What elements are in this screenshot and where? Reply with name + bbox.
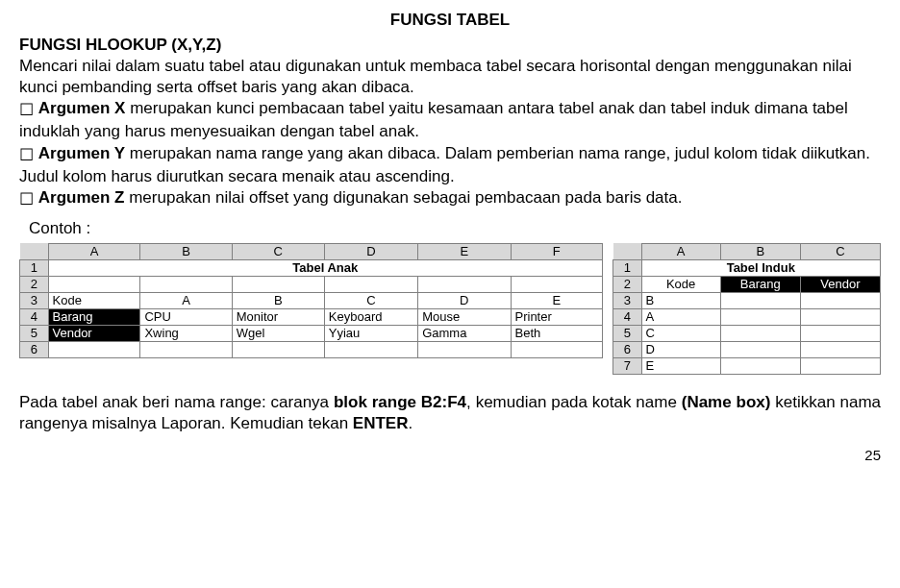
row-header: 5 xyxy=(613,325,641,341)
cell: Gamma xyxy=(418,325,511,341)
cell: A xyxy=(641,308,720,325)
row-header: 1 xyxy=(613,259,641,276)
bullet-icon: ☐ xyxy=(19,190,34,208)
tabel-induk-title: Tabel Induk xyxy=(641,259,880,276)
example-label: Contoh : xyxy=(29,218,881,239)
cell xyxy=(232,276,324,292)
row-header: 6 xyxy=(20,341,49,357)
col-header: A xyxy=(641,243,720,259)
cell-selected: Vendor xyxy=(48,325,140,341)
cell xyxy=(800,341,880,357)
intro-text: Mencari nilai dalam suatu tabel atau dig… xyxy=(19,56,881,98)
row-header: 5 xyxy=(20,325,49,341)
cell: Mouse xyxy=(418,308,511,325)
row-header: 4 xyxy=(613,308,641,325)
cell xyxy=(720,308,800,325)
bottom-b3: ENTER xyxy=(353,414,409,432)
doc-title: FUNGSI TABEL xyxy=(19,10,881,31)
bottom-t4: . xyxy=(408,414,412,432)
col-header: D xyxy=(324,243,417,259)
arg-y-text: merupakan nama range yang akan dibaca. D… xyxy=(19,144,870,185)
col-header: B xyxy=(720,243,800,259)
arg-x-line: ☐ Argumen X merupakan kunci pembacaan ta… xyxy=(19,98,881,142)
arg-z-text: merupakan nilai offset yang digunakan se… xyxy=(124,188,682,207)
row-header: 4 xyxy=(20,308,49,325)
col-header: C xyxy=(800,243,880,259)
cell: D xyxy=(418,292,511,308)
cell xyxy=(418,341,511,357)
sheet-corner xyxy=(613,243,641,259)
arg-y-line: ☐ Argumen Y merupakan nama range yang ak… xyxy=(19,143,881,187)
bottom-t1: Pada tabel anak beri nama range: caranya xyxy=(19,393,334,411)
cell xyxy=(800,325,880,341)
cell: A xyxy=(140,292,232,308)
cell: Xwing xyxy=(140,325,232,341)
cell xyxy=(511,276,603,292)
bullet-icon: ☐ xyxy=(19,101,34,119)
cell: B xyxy=(232,292,324,308)
cell: Kode xyxy=(641,276,720,292)
bottom-b1: blok range B2:F4 xyxy=(334,393,466,411)
cell: Wgel xyxy=(232,325,324,341)
col-header: C xyxy=(232,243,324,259)
row-header: 2 xyxy=(20,276,49,292)
cell: E xyxy=(511,292,603,308)
col-header: A xyxy=(48,243,140,259)
cell: C xyxy=(324,292,417,308)
cell: Monitor xyxy=(232,308,324,325)
arg-y-label: Argumen Y xyxy=(38,144,125,162)
arg-x-text: merupakan kunci pembacaan tabel yaitu ke… xyxy=(19,99,848,140)
cell xyxy=(140,341,232,357)
arg-z-line: ☐ Argumen Z merupakan nilai offset yang … xyxy=(19,187,881,210)
cell xyxy=(140,276,232,292)
cell: Keyboard xyxy=(324,308,417,325)
section-heading: FUNGSI HLOOKUP (X,Y,Z) xyxy=(19,35,881,56)
cell: Kode xyxy=(48,292,140,308)
cell xyxy=(232,341,324,357)
cell: D xyxy=(641,341,720,357)
arg-z-label: Argumen Z xyxy=(38,188,125,207)
cell xyxy=(511,341,603,357)
cell: Printer xyxy=(511,308,603,325)
page-number: 25 xyxy=(19,446,881,465)
cell: E xyxy=(641,357,720,374)
row-header: 6 xyxy=(613,341,641,357)
cell xyxy=(48,276,140,292)
row-header: 7 xyxy=(613,357,641,374)
tabel-anak: A B C D E F 1 Tabel Anak 2 3 Kode A B C … xyxy=(19,243,603,358)
tabel-anak-title: Tabel Anak xyxy=(48,259,603,276)
col-header: B xyxy=(140,243,232,259)
row-header: 1 xyxy=(20,259,49,276)
row-header: 3 xyxy=(613,292,641,308)
bottom-t2: , kemudian pada kotak name xyxy=(466,393,682,411)
cell xyxy=(324,341,417,357)
col-header: F xyxy=(511,243,603,259)
cell: CPU xyxy=(140,308,232,325)
cell xyxy=(800,308,880,325)
cell-selected: Barang xyxy=(48,308,140,325)
cell xyxy=(720,292,800,308)
cell xyxy=(324,276,417,292)
cell xyxy=(720,325,800,341)
tabel-induk: A B C 1 Tabel Induk 2 Kode Barang Vendor… xyxy=(612,243,881,375)
cell: C xyxy=(641,325,720,341)
cell: Yyiau xyxy=(324,325,417,341)
sheet-corner xyxy=(20,243,49,259)
cell xyxy=(720,341,800,357)
cell xyxy=(48,341,140,357)
cell: B xyxy=(641,292,720,308)
row-header: 2 xyxy=(613,276,641,292)
cell xyxy=(720,357,800,374)
arg-x-label: Argumen X xyxy=(38,99,126,117)
cell: Beth xyxy=(511,325,603,341)
cell xyxy=(800,292,880,308)
bullet-icon: ☐ xyxy=(19,146,34,164)
cell xyxy=(418,276,511,292)
bottom-paragraph: Pada tabel anak beri nama range: caranya… xyxy=(19,392,881,434)
bottom-b2: (Name box) xyxy=(682,393,771,411)
cell xyxy=(800,357,880,374)
row-header: 3 xyxy=(20,292,49,308)
cell-selected: Vendor xyxy=(800,276,880,292)
col-header: E xyxy=(418,243,511,259)
cell-selected: Barang xyxy=(720,276,800,292)
